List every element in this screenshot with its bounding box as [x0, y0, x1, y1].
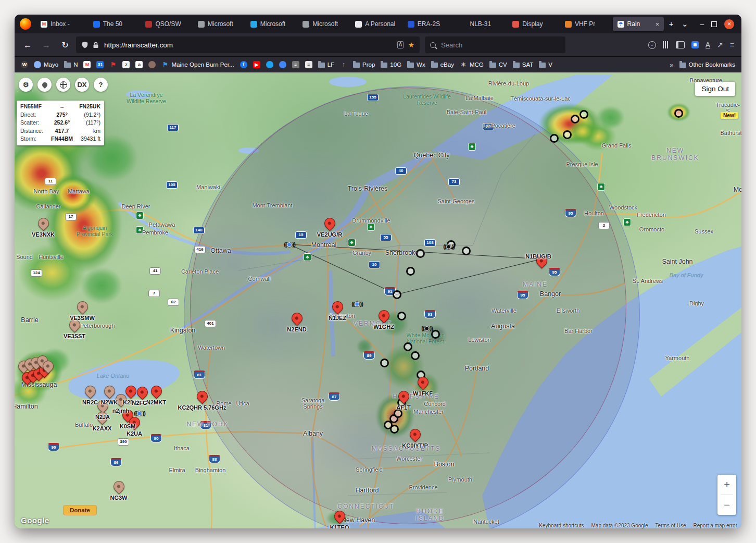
- storm-ring-marker[interactable]: [563, 130, 572, 139]
- active-station-icon[interactable]: [351, 301, 363, 307]
- bookmark-amazon[interactable]: a: [135, 61, 143, 68]
- bookmark-youtube[interactable]: ▶: [253, 61, 260, 68]
- bookmark-maine-open-burn-per-[interactable]: ⚑Maine Open Burn Per...: [161, 61, 234, 68]
- bookmark-facebook[interactable]: f: [240, 61, 247, 68]
- bookmark-tower[interactable]: ↑: [340, 61, 347, 68]
- menu-icon[interactable]: ≡: [730, 41, 734, 49]
- sidebar-icon[interactable]: [676, 41, 685, 48]
- sign-out-button[interactable]: Sign Out: [695, 82, 735, 96]
- bookmark-star-icon[interactable]: ★: [408, 41, 414, 49]
- bookmark-v[interactable]: V: [539, 61, 552, 68]
- tab-list-button[interactable]: ⌄: [678, 17, 691, 31]
- bookmark-z[interactable]: z: [122, 61, 130, 68]
- bookmark-cal31[interactable]: 31: [96, 61, 104, 68]
- zoom-out-button[interactable]: −: [717, 495, 736, 515]
- extension-icon[interactable]: [691, 41, 699, 48]
- bookmark-wx[interactable]: Wx: [407, 61, 425, 68]
- storm-ring-marker[interactable]: [397, 312, 406, 320]
- tab-rain[interactable]: ☂Rain×: [613, 17, 664, 31]
- storm-ring-marker[interactable]: [380, 359, 389, 367]
- tab-display[interactable]: Display: [508, 17, 559, 31]
- google-logo[interactable]: Google: [21, 516, 49, 525]
- bookmark-sat[interactable]: SAT: [513, 61, 534, 68]
- map-viewport[interactable]: ⚙ DX ? FN55MF→FN25UKDirect:275°(91.2°)Sc…: [15, 72, 741, 528]
- url-input[interactable]: [103, 41, 393, 50]
- bookmark-paw[interactable]: [148, 61, 156, 68]
- tab-inbox-[interactable]: MInbox -: [36, 17, 87, 31]
- storm-ring-marker[interactable]: [416, 249, 425, 258]
- bookmark-news[interactable]: ≡: [305, 61, 312, 68]
- close-window-button[interactable]: ×: [724, 19, 734, 29]
- bookmark-twitter[interactable]: [266, 61, 273, 68]
- bookmark-mcg[interactable]: ✶MCG: [460, 61, 484, 68]
- storm-ring-marker[interactable]: [404, 342, 412, 351]
- location-button[interactable]: [37, 78, 52, 92]
- bookmark-wordpress[interactable]: W: [21, 61, 28, 68]
- tab-era-2s[interactable]: ERA-2S: [403, 17, 455, 31]
- bookmarks-overflow-chevron[interactable]: »: [670, 61, 673, 69]
- bookmark-prop[interactable]: Prop: [353, 61, 375, 68]
- bookmark-mayo[interactable]: Mayo: [34, 61, 58, 68]
- search-input[interactable]: [440, 41, 560, 50]
- storm-ring-marker[interactable]: [406, 267, 415, 276]
- minimize-button[interactable]: –: [700, 20, 704, 28]
- translate-icon[interactable]: A: [397, 41, 404, 48]
- station-antenna-icon[interactable]: [421, 325, 433, 331]
- share-icon[interactable]: ↗: [717, 41, 723, 49]
- bookmark-flagred[interactable]: ⚑: [109, 61, 117, 68]
- bookmark-n[interactable]: N: [64, 61, 78, 68]
- storm-ring-marker[interactable]: [579, 110, 588, 119]
- attribution-item[interactable]: Report a map error: [694, 523, 737, 528]
- dx-button[interactable]: DX: [75, 78, 89, 92]
- bookmark-gmail[interactable]: M: [83, 61, 91, 68]
- tab-label: Rain: [627, 20, 640, 28]
- station-antenna-icon[interactable]: [443, 243, 455, 250]
- back-button[interactable]: ←: [20, 37, 35, 53]
- active-station-icon[interactable]: [284, 241, 295, 248]
- tab-qso-sw[interactable]: QSO/SW: [141, 17, 192, 31]
- tracking-protection-icon[interactable]: [81, 41, 89, 48]
- storm-ring-marker[interactable]: [462, 246, 471, 255]
- storm-ring-marker[interactable]: [674, 109, 683, 118]
- pocket-icon[interactable]: ⌄: [648, 41, 656, 49]
- lock-icon[interactable]: [93, 42, 99, 48]
- tab-microsoft[interactable]: Microsoft: [246, 17, 297, 31]
- bookmark-10g[interactable]: 10G: [381, 61, 401, 68]
- tab-nlb-31[interactable]: NLB-31: [456, 17, 507, 31]
- search-bar[interactable]: [425, 36, 565, 53]
- bookmark-lf[interactable]: LF: [318, 61, 334, 68]
- bookmark-ebay[interactable]: eBay: [431, 61, 454, 68]
- reload-button[interactable]: ↻: [57, 37, 73, 53]
- other-bookmarks-folder[interactable]: Other Bookmarks: [679, 61, 735, 68]
- translate-page-icon[interactable]: A̲: [705, 41, 710, 49]
- tab-the-50[interactable]: The 50: [89, 17, 140, 31]
- bookmark-globe2[interactable]: [279, 61, 286, 68]
- attribution-item[interactable]: Keyboard shortcuts: [539, 523, 584, 528]
- forward-button[interactable]: →: [39, 37, 54, 53]
- donate-button[interactable]: Donate: [63, 505, 97, 515]
- help-button[interactable]: ?: [94, 78, 108, 92]
- active-station-icon[interactable]: [134, 410, 145, 416]
- settings-button[interactable]: ⚙: [19, 78, 33, 92]
- storm-ring-marker[interactable]: [411, 351, 420, 360]
- tab-microsoft[interactable]: Microsoft: [298, 17, 349, 31]
- attribution-item[interactable]: Terms of Use: [656, 523, 686, 528]
- globe-button[interactable]: [56, 78, 70, 92]
- url-bar[interactable]: A ★: [76, 36, 420, 53]
- storm-ring-marker[interactable]: [550, 134, 559, 143]
- place-label: Carleton Place: [181, 268, 219, 275]
- tab-microsoft[interactable]: Microsoft: [193, 17, 245, 31]
- tab-vhf-pr[interactable]: VHF Pr: [560, 17, 612, 31]
- bookmark-cv[interactable]: CV: [489, 61, 507, 68]
- storm-ring-marker[interactable]: [571, 115, 579, 124]
- firefox-icon[interactable]: [20, 18, 31, 30]
- maximize-button[interactable]: [711, 21, 717, 27]
- library-icon[interactable]: [663, 41, 669, 48]
- bookmark-mux[interactable]: ≡: [292, 61, 299, 68]
- tab-a-personal[interactable]: A Personal: [350, 17, 402, 31]
- storm-ring-marker[interactable]: [390, 425, 399, 434]
- close-tab-icon[interactable]: ×: [656, 20, 660, 28]
- zoom-in-button[interactable]: +: [717, 475, 736, 495]
- storm-ring-marker[interactable]: [393, 290, 401, 299]
- new-tab-button[interactable]: +: [664, 17, 678, 31]
